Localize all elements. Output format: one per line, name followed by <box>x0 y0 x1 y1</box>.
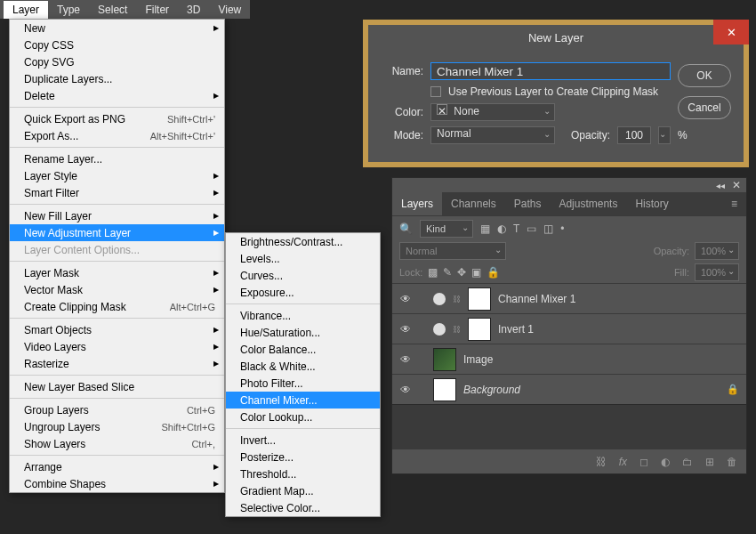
layer-menu-item[interactable]: Delete <box>10 87 224 104</box>
adjustment-submenu-item[interactable]: Exposure... <box>226 284 380 301</box>
adjustment-submenu-item[interactable]: Levels... <box>226 250 380 267</box>
layer-menu-item[interactable]: Ungroup LayersShift+Ctrl+G <box>10 418 224 435</box>
menu-layer[interactable]: Layer <box>4 1 48 19</box>
menu-select[interactable]: Select <box>89 1 136 19</box>
opacity-stepper[interactable] <box>658 126 671 144</box>
fx-icon[interactable]: fx <box>619 456 627 468</box>
visibility-icon[interactable]: 👁 <box>399 293 412 305</box>
visibility-icon[interactable]: 👁 <box>399 353 412 366</box>
adjustment-submenu-item[interactable]: Color Lookup... <box>226 409 380 425</box>
adjustment-submenu-item[interactable]: Posterize... <box>226 449 380 465</box>
opacity-input[interactable]: 100 <box>617 126 651 144</box>
lock-artboard-icon[interactable]: ▣ <box>471 266 481 279</box>
adjustment-submenu-item[interactable]: Invert... <box>226 432 380 449</box>
filter-shape-icon[interactable]: ▭ <box>527 222 536 235</box>
adjustment-submenu-item[interactable]: Black & White... <box>226 358 380 375</box>
mode-select[interactable]: Normal <box>430 126 555 144</box>
layer-menu-item[interactable]: New Adjustment Layer <box>10 224 224 241</box>
panel-close-icon[interactable]: ✕ <box>732 179 741 191</box>
name-input[interactable] <box>430 62 671 80</box>
adjustment-submenu-item[interactable]: Channel Mixer... <box>226 392 380 409</box>
layer-row[interactable]: 👁⛓Invert 1 <box>392 313 746 344</box>
layer-menu-item[interactable]: Smart Objects <box>10 321 224 338</box>
menu-3d[interactable]: 3D <box>178 1 209 19</box>
layer-menu-item[interactable]: Group LayersCtrl+G <box>10 401 224 418</box>
color-select[interactable]: ✕ None <box>430 103 555 121</box>
menu-filter[interactable]: Filter <box>136 1 178 19</box>
panel-menu-icon[interactable]: ≡ <box>722 192 746 215</box>
panel-opacity-input[interactable]: 100% <box>695 242 739 260</box>
mask-thumbnail[interactable] <box>468 318 491 341</box>
tab-adjustments[interactable]: Adjustments <box>550 192 626 215</box>
lock-position-icon[interactable]: ✥ <box>457 266 466 279</box>
filter-adjust-icon[interactable]: ◐ <box>497 222 506 235</box>
layer-menu-item[interactable]: Create Clipping MaskAlt+Ctrl+G <box>10 298 224 315</box>
layer-thumbnail[interactable] <box>433 348 456 371</box>
blend-mode-select[interactable]: Normal <box>399 242 506 260</box>
adjustment-submenu-item[interactable]: Hue/Saturation... <box>226 324 380 341</box>
layer-menu-item[interactable]: Vector Mask <box>10 281 224 298</box>
filter-artboard-icon[interactable]: • <box>560 222 564 235</box>
filter-kind-select[interactable]: Kind <box>420 220 473 238</box>
layer-menu-item[interactable]: Layer Mask <box>10 264 224 281</box>
layer-row[interactable]: 👁⛓Channel Mixer 1 <box>392 283 746 313</box>
filter-pixel-icon[interactable]: ▦ <box>480 222 490 235</box>
ok-button[interactable]: OK <box>678 64 731 87</box>
cancel-button[interactable]: Cancel <box>678 96 731 119</box>
layer-drop-zone[interactable] <box>392 404 746 449</box>
layer-menu-item[interactable]: Smart Filter <box>10 184 224 201</box>
layer-menu-item[interactable]: New Layer Based Slice <box>10 378 224 395</box>
mask-icon[interactable]: ◻ <box>639 456 648 468</box>
mask-thumbnail[interactable] <box>468 287 491 311</box>
layer-menu-item[interactable]: Rasterize <box>10 355 224 372</box>
layer-menu-item[interactable]: Video Layers <box>10 338 224 355</box>
layer-menu-item[interactable]: New <box>10 20 224 36</box>
lock-all-icon[interactable]: 🔒 <box>487 266 500 279</box>
layer-menu-item[interactable]: Quick Export as PNGShift+Ctrl+' <box>10 110 224 127</box>
delete-layer-icon[interactable]: 🗑 <box>727 456 737 468</box>
adjustment-submenu-item[interactable]: Photo Filter... <box>226 375 380 392</box>
layer-name[interactable]: Image <box>463 353 739 366</box>
adjustment-submenu-item[interactable]: Brightness/Contrast... <box>226 233 380 250</box>
tab-channels[interactable]: Channels <box>442 192 505 215</box>
layer-menu-item[interactable]: Export As...Alt+Shift+Ctrl+' <box>10 127 224 144</box>
layer-menu-item[interactable]: Layer Style <box>10 167 224 184</box>
close-button[interactable]: ✕ <box>713 20 749 44</box>
lock-icon[interactable]: 🔒 <box>727 384 739 395</box>
tab-paths[interactable]: Paths <box>505 192 551 215</box>
layer-row[interactable]: 👁Image <box>392 344 746 374</box>
layer-menu-item[interactable]: New Fill Layer <box>10 207 224 224</box>
visibility-icon[interactable]: 👁 <box>399 384 412 396</box>
tab-layers[interactable]: Layers <box>392 192 442 215</box>
clipping-checkbox[interactable] <box>430 86 441 97</box>
link-layers-icon[interactable]: ⛓ <box>596 456 607 468</box>
lock-transparency-icon[interactable]: ▩ <box>428 266 438 279</box>
adjustment-submenu-item[interactable]: Gradient Map... <box>226 482 380 499</box>
adjustment-submenu-item[interactable]: Threshold... <box>226 465 380 482</box>
adjustment-submenu-item[interactable]: Curves... <box>226 267 380 284</box>
visibility-icon[interactable]: 👁 <box>399 323 412 336</box>
layer-menu-item[interactable]: Duplicate Layers... <box>10 70 224 87</box>
filter-smart-icon[interactable]: ◫ <box>543 222 553 235</box>
group-icon[interactable]: 🗀 <box>682 456 693 468</box>
adjustment-submenu-item[interactable]: Vibrance... <box>226 307 380 324</box>
layer-name[interactable]: Background <box>463 384 720 396</box>
fill-input[interactable]: 100% <box>695 263 739 281</box>
lock-paint-icon[interactable]: ✎ <box>443 266 452 279</box>
dialog-titlebar[interactable]: New Layer ✕ <box>368 25 744 50</box>
filter-type-icon[interactable]: T <box>513 222 519 235</box>
adjustment-submenu-item[interactable]: Selective Color... <box>226 499 380 516</box>
layer-menu-item[interactable]: Rename Layer... <box>10 150 224 167</box>
layer-name[interactable]: Invert 1 <box>498 323 739 336</box>
adjustment-submenu-item[interactable]: Color Balance... <box>226 341 380 358</box>
layer-row[interactable]: 👁Background🔒 <box>392 374 746 404</box>
layer-menu-item[interactable]: Combine Shapes <box>10 475 224 492</box>
layer-menu-item[interactable]: Copy SVG <box>10 53 224 70</box>
tab-history[interactable]: History <box>626 192 677 215</box>
layer-menu-item[interactable]: Arrange <box>10 458 224 475</box>
menu-view[interactable]: View <box>209 1 250 19</box>
menu-type[interactable]: Type <box>48 1 89 19</box>
layer-menu-item[interactable]: Show LayersCtrl+, <box>10 435 224 452</box>
layer-menu-item[interactable]: Copy CSS <box>10 36 224 53</box>
layer-name[interactable]: Channel Mixer 1 <box>498 293 739 305</box>
